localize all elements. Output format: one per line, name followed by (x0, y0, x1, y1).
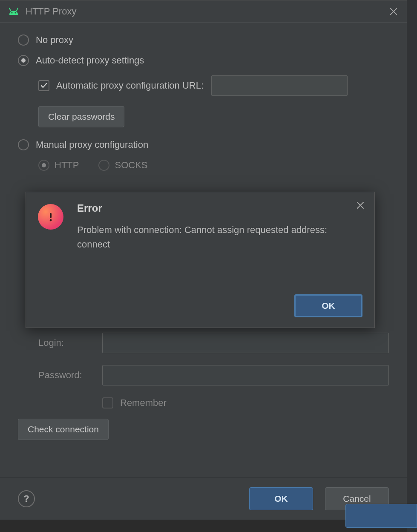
error-ok-button[interactable]: OK (294, 294, 362, 317)
no-proxy-row: No proxy (18, 35, 389, 46)
svg-line-1 (17, 8, 18, 11)
error-icon (38, 204, 63, 230)
pac-url-label: Automatic proxy configuration URL: (56, 80, 204, 91)
svg-rect-4 (50, 213, 52, 218)
auto-detect-label: Auto-detect proxy settings (36, 55, 144, 66)
error-body: Error Problem with connection: Cannot as… (38, 202, 362, 294)
error-text: Error Problem with connection: Cannot as… (77, 202, 362, 294)
remember-label: Remember (120, 397, 167, 408)
close-icon[interactable] (388, 6, 399, 17)
error-footer: OK (38, 294, 362, 317)
svg-point-2 (11, 12, 12, 13)
error-title: Error (77, 202, 350, 214)
password-row: Password: (38, 365, 389, 385)
clear-passwords-button[interactable]: Clear passwords (38, 106, 124, 127)
login-input (102, 333, 389, 353)
login-row: Login: (38, 333, 389, 353)
login-label: Login: (38, 337, 102, 348)
svg-point-5 (50, 219, 52, 221)
http-label: HTTP (55, 160, 79, 171)
socks-label: SOCKS (115, 160, 147, 171)
ok-button[interactable]: OK (249, 487, 313, 510)
error-message: Problem with connection: Cannot assign r… (77, 223, 350, 252)
clear-passwords-row: Clear passwords (38, 106, 389, 127)
background-apply-button[interactable] (345, 504, 417, 528)
pac-url-checkbox[interactable] (38, 80, 49, 91)
http-radio (38, 160, 49, 171)
android-icon (8, 7, 20, 16)
protocol-row: HTTP SOCKS (38, 160, 389, 171)
remember-row: Remember (102, 397, 389, 408)
password-input (102, 365, 389, 385)
svg-point-3 (14, 12, 16, 13)
no-proxy-label: No proxy (36, 35, 73, 46)
error-close-icon[interactable] (355, 200, 366, 211)
background-strip (407, 0, 417, 532)
pac-url-row: Automatic proxy configuration URL: (38, 75, 389, 96)
help-icon[interactable]: ? (18, 490, 35, 507)
socks-radio (98, 160, 109, 171)
manual-proxy-row: Manual proxy configuration (18, 139, 389, 150)
password-label: Password: (38, 370, 102, 381)
check-connection-button[interactable]: Check connection (18, 419, 109, 440)
error-dialog: Error Problem with connection: Cannot as… (26, 192, 375, 328)
manual-proxy-label: Manual proxy configuration (36, 139, 148, 150)
pac-url-input[interactable] (211, 75, 348, 96)
titlebar: HTTP Proxy (0, 0, 407, 23)
svg-line-0 (9, 8, 11, 11)
auto-detect-radio[interactable] (18, 55, 29, 66)
dialog-title: HTTP Proxy (26, 6, 388, 17)
manual-proxy-radio[interactable] (18, 139, 29, 150)
check-connection-row: Check connection (18, 419, 389, 440)
auto-detect-row: Auto-detect proxy settings (18, 55, 389, 66)
remember-checkbox (102, 397, 113, 408)
no-proxy-radio[interactable] (18, 35, 29, 46)
